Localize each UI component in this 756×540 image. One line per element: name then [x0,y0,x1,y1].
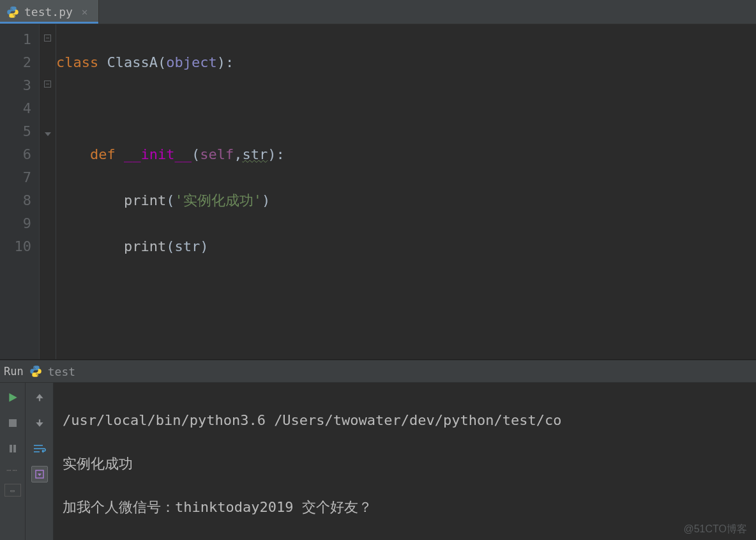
fold-end-icon[interactable] [45,132,51,136]
svg-rect-3 [38,397,40,401]
line-number-gutter: 1 2 3 4 5 6 7 8 9 10 [0,24,40,359]
code-editor[interactable]: 1 2 3 4 5 6 7 8 9 10 class ClassA(object… [0,24,756,359]
line-number: 4 [0,97,31,120]
print-call: print [124,192,166,208]
python-file-icon [6,6,19,19]
svg-rect-4 [38,419,40,423]
run-label: Run [4,365,24,378]
self-param: self [200,146,234,162]
more-actions[interactable]: ⋯⋯ [6,466,18,475]
console-output[interactable]: /usr/local/bin/python3.6 /Users/twowater… [54,383,756,540]
scroll-down-button[interactable] [31,415,48,431]
svg-rect-2 [13,445,16,452]
tab-test-py[interactable]: test.py ✕ [0,0,99,24]
run-toolbar-primary: ⋯⋯ ▭ [0,383,26,540]
line-number: 5 [0,120,31,143]
class-name: ClassA [107,54,157,70]
watermark: @51CTO博客 [683,523,747,536]
string-literal: 实例化成功 [183,192,253,208]
console-line: 加我个人微信号：thinktoday2019 交个好友？ [63,497,756,518]
print-call: print [124,238,166,254]
run-toolwindow: ⋯⋯ ▭ /usr/local/bin/python3.6 /Users/two… [0,383,756,540]
run-toolbar-secondary [26,383,54,540]
scroll-to-end-button[interactable] [31,466,48,482]
base-class: object [166,54,216,70]
line-number: 2 [0,51,31,74]
line-number: 7 [0,166,31,189]
layout-button[interactable]: ▭ [4,484,21,497]
rerun-button[interactable] [4,389,21,406]
pause-button[interactable] [4,440,21,457]
arg-str: str [174,238,200,254]
fold-toggle-icon[interactable] [44,81,51,88]
param-str: str [242,146,268,162]
line-number: 1 [0,28,31,51]
scroll-up-button[interactable] [31,389,48,406]
close-icon[interactable]: ✕ [82,6,88,18]
console-line: 实例化成功 [63,453,756,475]
line-number: 3 [0,74,31,97]
keyword-def: def [90,146,116,162]
code-area[interactable]: class ClassA(object): def __init__(self,… [56,24,756,359]
dunder-init: __init__ [124,146,192,162]
run-toolwindow-header: Run test [0,360,756,383]
run-config-name[interactable]: test [48,365,75,378]
line-number: 10 [0,235,31,258]
svg-rect-0 [9,419,17,427]
line-number: 6 [0,143,31,166]
line-number: 9 [0,212,31,235]
fold-toggle-icon[interactable] [44,35,51,42]
soft-wrap-button[interactable] [31,440,48,457]
python-icon [29,364,43,378]
line-number: 8 [0,189,31,212]
editor-tabbar: test.py ✕ [0,0,756,24]
console-line: /usr/local/bin/python3.6 /Users/twowater… [63,410,756,431]
keyword-class: class [56,54,98,70]
stop-button[interactable] [4,415,21,431]
tab-filename: test.py [24,5,73,19]
fold-gutter [40,24,56,359]
svg-rect-1 [10,445,12,452]
